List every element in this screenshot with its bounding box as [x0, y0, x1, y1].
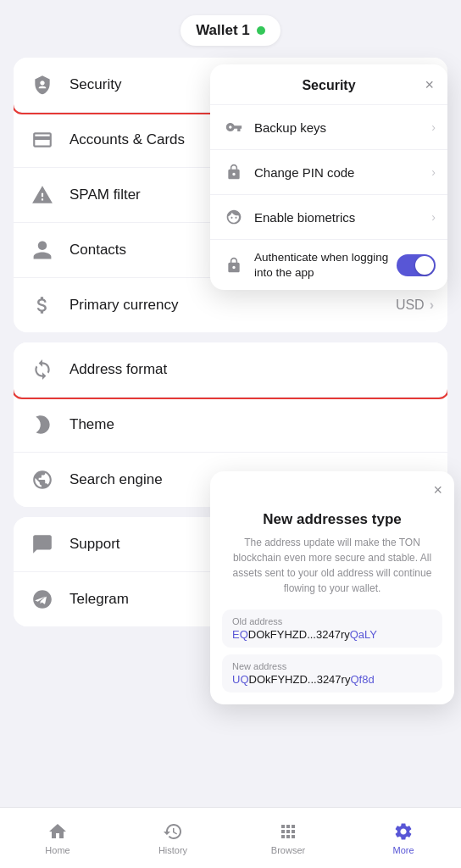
pin-chevron-icon: › — [431, 165, 436, 179]
old-address-middle: DOkFYHZD...3247ry — [248, 628, 350, 641]
old-address-prefix: EQ — [232, 628, 248, 641]
old-address-block: Old address EQDOkFYHZD...3247ryQaLY — [222, 609, 442, 648]
home-nav-label: Home — [45, 845, 69, 855]
old-address-suffix: QaLY — [350, 628, 377, 641]
nav-item-more[interactable]: More — [346, 814, 461, 862]
grid-icon — [277, 821, 299, 843]
panel-item-pin[interactable]: Change PIN code › — [210, 150, 447, 195]
browser-nav-label: Browser — [271, 845, 305, 855]
new-address-block: New address UQDOkFYHZD...3247ryQf8d — [222, 654, 442, 693]
wallet-badge[interactable]: Wallet 1 — [181, 15, 280, 46]
currency-label: Primary currency — [69, 297, 396, 314]
online-dot — [257, 26, 265, 35]
backup-chevron-icon: › — [431, 120, 436, 134]
old-address-label: Old address — [232, 616, 432, 626]
history-nav-label: History — [158, 845, 187, 855]
biometrics-label: Enable biometrics — [254, 210, 431, 225]
nav-item-history[interactable]: History — [115, 814, 230, 862]
security-panel-title: Security — [241, 78, 417, 93]
clock-icon — [162, 821, 184, 843]
sidebar-item-theme[interactable]: Theme — [14, 398, 447, 453]
currency-value: USD — [396, 298, 425, 313]
theme-label: Theme — [69, 416, 434, 433]
more-nav-label: More — [392, 845, 414, 855]
moon-icon — [27, 409, 58, 440]
gear-icon — [392, 821, 414, 843]
new-address-suffix: Qf8d — [350, 673, 374, 686]
new-address-label: New address — [232, 661, 432, 671]
backup-keys-label: Backup keys — [254, 120, 431, 135]
nav-item-home[interactable]: Home — [0, 814, 115, 862]
address-label: Address format — [69, 361, 434, 378]
pin-label: Change PIN code — [254, 165, 431, 180]
shield-icon — [27, 70, 58, 100]
security-panel-close-button[interactable]: × — [417, 76, 434, 94]
nav-item-browser[interactable]: Browser — [230, 814, 346, 862]
biometrics-chevron-icon: › — [431, 210, 436, 224]
panel-item-biometrics[interactable]: Enable biometrics › — [210, 195, 447, 240]
sidebar-item-address[interactable]: Address format — [14, 342, 447, 398]
key-icon — [222, 115, 246, 139]
address-panel-title: New addresses type — [210, 499, 454, 531]
person-icon — [27, 235, 58, 265]
chat-icon — [27, 529, 58, 559]
new-address-middle: DOkFYHZD...3247ry — [249, 673, 351, 686]
new-address-value: UQDOkFYHZD...3247ryQf8d — [232, 673, 432, 686]
face-icon — [222, 205, 246, 229]
new-address-prefix: UQ — [232, 673, 249, 686]
card-icon — [27, 125, 58, 155]
home-icon — [47, 821, 69, 843]
authenticate-toggle[interactable] — [397, 254, 436, 276]
chevron-icon: › — [430, 298, 434, 313]
header: Wallet 1 — [0, 0, 461, 58]
bottom-navigation: Home History Browser More — [0, 807, 461, 868]
address-panel-description: The address update will make the TON blo… — [210, 531, 454, 606]
warning-icon — [27, 180, 58, 210]
old-address-value: EQDOkFYHZD...3247ryQaLY — [232, 628, 432, 641]
panel-item-backup[interactable]: Backup keys › — [210, 105, 447, 150]
wallet-name: Wallet 1 — [196, 22, 250, 39]
lock-icon — [222, 160, 246, 184]
security-panel-header: Security × — [210, 64, 447, 105]
lock2-icon — [222, 253, 246, 277]
currency-icon — [27, 290, 58, 320]
telegram-icon — [27, 584, 58, 615]
address-panel-close-button[interactable]: × — [425, 481, 442, 499]
authenticate-label: Authenticate when logging into the app — [254, 250, 397, 280]
sync-icon — [27, 354, 58, 385]
globe-icon — [27, 465, 58, 495]
panel-item-authenticate[interactable]: Authenticate when logging into the app — [210, 240, 447, 290]
security-panel: Security × Backup keys › Change PIN code… — [210, 64, 447, 290]
address-panel: × New addresses type The address update … — [210, 471, 454, 704]
toggle-knob — [415, 256, 434, 275]
